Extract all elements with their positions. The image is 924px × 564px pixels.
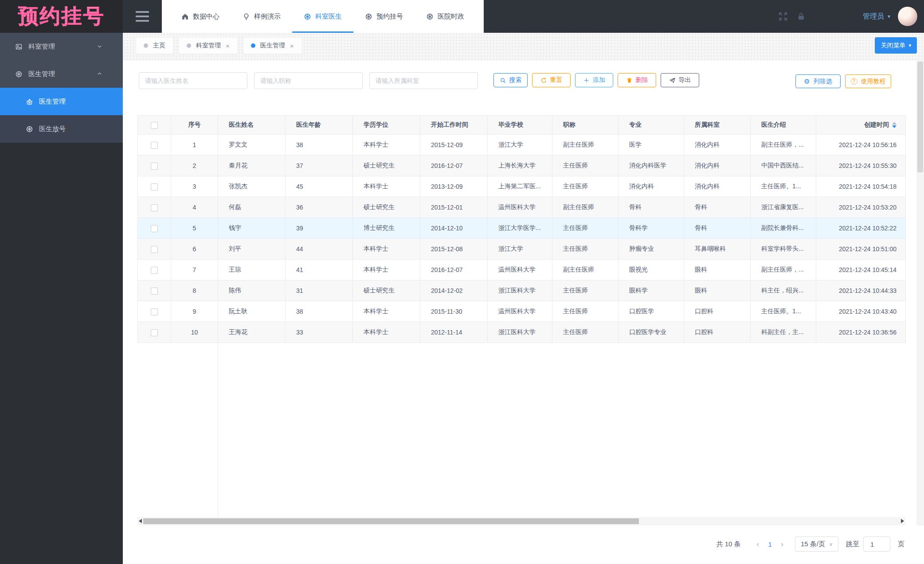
cell-name: 钱宇 (218, 218, 286, 239)
cell-major: 眼科学 (619, 280, 684, 301)
cell-name: 罗文文 (218, 135, 286, 156)
col-header-school: 毕业学校 (488, 116, 552, 135)
tab-home[interactable]: 主页 (136, 37, 173, 54)
table-row[interactable]: 7 王琼 41 本科学士 2016-12-07 温州医科大学 副主任医师 眼视光… (138, 260, 906, 280)
export-button[interactable]: 导出 (661, 73, 699, 87)
table-row[interactable]: 9 阮土耿 38 本科学士 2015-11-30 温州医科大学 主任医师 口腔医… (138, 301, 906, 322)
tutorial-button[interactable]: ? 使用教程 (845, 74, 891, 88)
row-checkbox[interactable] (151, 308, 158, 315)
page-size-select[interactable]: 15 条/页 ∨ (795, 537, 838, 552)
table-row[interactable]: 6 刘平 44 本科学士 2015-12-08 浙江大学 主任医师 肿瘤专业 耳… (138, 239, 906, 260)
sidebar-item-doctor-mgmt[interactable]: 医生管理 (0, 88, 123, 115)
cell-major: 消化内科医学 (619, 156, 684, 176)
department-input[interactable] (369, 72, 478, 89)
table-row[interactable]: 4 何磊 36 硕士研究生 2015-12-01 温州医科大学 副主任医师 骨科… (138, 197, 906, 218)
row-checkbox[interactable] (151, 204, 158, 211)
nav-item-hospital-news[interactable]: 医院时政 (415, 0, 476, 33)
cell-created: 2021-12-24 10:53:20 (816, 197, 906, 218)
row-checkbox[interactable] (151, 329, 158, 336)
refresh-icon (540, 77, 547, 84)
column-filter-button[interactable]: ⚙ 列筛选 (795, 74, 841, 88)
close-menu-button[interactable]: 关闭菜单 ▾ (875, 37, 917, 54)
cell-age: 41 (286, 260, 353, 280)
row-checkbox[interactable] (151, 225, 158, 232)
table-row[interactable]: 3 张凯杰 45 本科学士 2013-12-09 上海第二军医... 主任医师 … (138, 176, 906, 197)
user-menu[interactable]: 管理员 ▾ (863, 12, 890, 21)
table-row[interactable]: 10 王海花 33 本科学士 2012-11-14 浙江医科大学 主任医师 口腔… (138, 322, 906, 343)
sort-icon[interactable] (892, 122, 897, 128)
reset-button[interactable]: 重置 (532, 73, 571, 87)
search-button[interactable]: 搜索 (493, 73, 528, 87)
sidebar-filler (0, 143, 123, 564)
cell-created: 2021-12-24 10:36:56 (816, 322, 906, 343)
nav-item-demo[interactable]: 样例演示 (231, 0, 292, 33)
cell-title: 副主任医师 (552, 135, 619, 156)
row-checkbox[interactable] (151, 142, 158, 149)
row-checkbox[interactable] (151, 246, 158, 253)
aperture-icon (304, 13, 311, 20)
cell-title: 副主任医师 (552, 197, 619, 218)
tab-doctor-mgmt[interactable]: 医生管理 × (243, 37, 302, 54)
lock-screen-button[interactable] (796, 12, 806, 21)
nav-item-appointment[interactable]: 预约挂号 (353, 0, 415, 33)
table-row[interactable]: 1 罗文文 38 本科学士 2015-12-09 浙江大学 副主任医师 医学 消… (138, 135, 906, 156)
horizontal-scrollbar[interactable] (137, 517, 905, 525)
top-bar: 预约挂号 数据中心 样例演示 科室医生 预约挂号 (0, 0, 924, 33)
col-header-no: 序号 (171, 116, 218, 135)
cell-created: 2021-12-24 10:43:40 (816, 301, 906, 322)
doctor-name-input[interactable] (139, 72, 247, 89)
row-checkbox[interactable] (151, 183, 158, 191)
cell-department: 耳鼻咽喉科 (684, 239, 751, 260)
sidebar-group-department-mgmt[interactable]: 科室管理 (0, 33, 123, 60)
sidebar-group-doctor-mgmt[interactable]: 医生管理 (0, 60, 123, 88)
scroll-right-arrow-icon[interactable] (901, 519, 904, 523)
select-all-checkbox[interactable] (151, 122, 158, 129)
cell-intro: 浙江省康复医... (751, 197, 816, 218)
cell-name: 张凯杰 (218, 176, 286, 197)
cell-no: 4 (171, 197, 218, 218)
table-row[interactable]: 5 钱宇 39 博士研究生 2014-12-10 浙江大学医学... 主任医师 … (138, 218, 906, 239)
cell-degree: 本科学士 (353, 135, 420, 156)
col-header-created[interactable]: 创建时间 (816, 116, 906, 135)
current-page[interactable]: 1 (765, 541, 775, 548)
next-page-icon[interactable]: › (775, 540, 789, 549)
title-input[interactable] (254, 72, 363, 89)
fullscreen-button[interactable] (778, 11, 788, 22)
scroll-left-arrow-icon[interactable] (139, 519, 142, 523)
prev-page-icon[interactable]: ‹ (752, 540, 765, 549)
basket-icon (26, 98, 33, 105)
table-row[interactable]: 8 陈伟 31 硕士研究生 2014-12-02 浙江医科大学 主任医师 眼科学… (138, 280, 906, 301)
user-avatar[interactable] (897, 6, 918, 27)
aperture-icon (426, 13, 434, 20)
tab-department-mgmt[interactable]: 科室管理 × (179, 37, 238, 54)
add-button[interactable]: 添加 (575, 73, 613, 87)
sidebar-item-doctor-release[interactable]: 医生放号 (0, 115, 123, 143)
scrollbar-thumb[interactable] (143, 518, 639, 524)
app-logo-text: 预约挂号 (18, 3, 105, 30)
table-row[interactable]: 2 秦月花 37 硕士研究生 2016-12-07 上海长海大学 主任医师 消化… (138, 156, 906, 176)
cell-title: 主任医师 (552, 176, 619, 197)
close-icon[interactable]: × (290, 43, 294, 49)
nav-item-data-center[interactable]: 数据中心 (170, 0, 231, 33)
cell-no: 1 (171, 135, 218, 156)
cell-created: 2021-12-24 10:56:16 (816, 135, 906, 156)
cell-intro: 副院长兼骨科... (751, 218, 816, 239)
close-icon[interactable]: × (226, 43, 230, 49)
col-header-age: 医生年龄 (286, 116, 353, 135)
nav-item-department-doctor[interactable]: 科室医生 (292, 0, 353, 33)
chevron-down-icon: ▾ (908, 43, 911, 48)
row-checkbox[interactable] (151, 288, 158, 295)
jump-page-input[interactable] (863, 537, 890, 552)
cell-start-date: 2015-12-08 (420, 239, 488, 260)
cell-major: 口腔医学 (619, 301, 684, 322)
row-checkbox[interactable] (151, 163, 158, 170)
cell-department: 消化内科 (684, 135, 751, 156)
delete-button[interactable]: 删除 (618, 73, 656, 87)
row-checkbox[interactable] (151, 267, 158, 274)
vertical-scrollbar[interactable] (916, 61, 924, 525)
cell-name: 王海花 (218, 322, 286, 343)
sidebar-collapse-toggle[interactable] (123, 0, 162, 33)
cell-no: 7 (171, 260, 218, 280)
fullscreen-icon (778, 11, 788, 22)
cell-start-date: 2014-12-02 (420, 280, 488, 301)
